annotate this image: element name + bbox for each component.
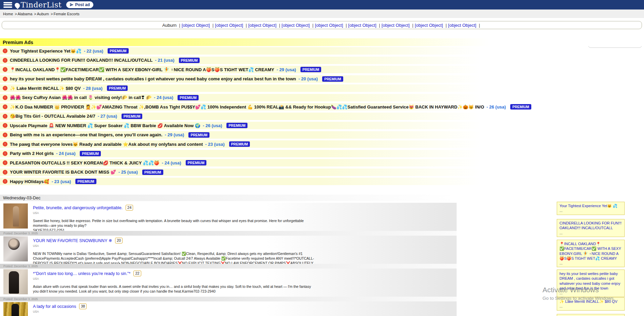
- premium-badge[interactable]: PREMIUM: [300, 67, 321, 72]
- sidebar-ad-box[interactable]: 📍INCALL OAKLAND📍 ✅FACETIME/CAR✅ WITH A S…: [557, 240, 625, 267]
- premium-ad-row[interactable]: ↑ PLEASANTON OUTCALLS !! SEXY KOREAN💋 TH…: [0, 159, 533, 166]
- city-link[interactable]: [object Object]: [382, 23, 415, 28]
- premium-ad-title[interactable]: PLEASANTON OUTCALLS !! SEXY KOREAN💋 THIC…: [10, 160, 159, 165]
- listing-thumbnail[interactable]: [3, 269, 28, 294]
- premium-section-title: Premium Ads: [3, 40, 33, 45]
- city-link[interactable]: [object Object]: [281, 23, 315, 28]
- up-arrow-icon: ↑: [3, 142, 7, 146]
- premium-badge[interactable]: PREMIUM: [80, 151, 101, 156]
- premium-ad-row[interactable]: ↑ YOUR WINTER FAVORITE IS BACK DONT MISS…: [0, 169, 533, 176]
- listing-title-link[interactable]: A lady for all occasions: [33, 304, 76, 309]
- premium-badge[interactable]: PREMIUM: [75, 179, 96, 184]
- site-logo[interactable]: TinderList: [15, 1, 61, 9]
- premium-ad-age: - 28 (usa): [83, 86, 103, 91]
- city-link[interactable]: [object Object]: [182, 23, 215, 28]
- listing-country: USA: [33, 244, 315, 248]
- premium-ad-title[interactable]: ✨ Lake Merritt INCALL✨ $80 QV: [10, 86, 81, 91]
- listing-content: A lady for all occasions 38 USA: [33, 303, 315, 316]
- listings-list: Petite, brunette, and dangerously unforg…: [0, 203, 457, 316]
- premium-badge[interactable]: PREMIUM: [178, 95, 199, 100]
- listing-country: USA: [33, 211, 315, 215]
- premium-badge[interactable]: PREMIUM: [229, 141, 250, 147]
- listing-posted-strip: Posted: December 3, 2025: [0, 297, 457, 301]
- premium-badge[interactable]: PREMIUM: [107, 85, 128, 91]
- premium-ad-title[interactable]: Happy HOlidays🥰: [10, 179, 49, 184]
- premium-ad-row[interactable]: ↑ hey its your best wettes petite baby D…: [0, 75, 533, 83]
- premium-ad-row[interactable]: ↑ Party with 2 Hot girls - 24 (usa) PREM…: [0, 150, 533, 157]
- date-header: Wednesday-03-Dec: [0, 195, 457, 201]
- sidebar-ad-title[interactable]: 📍INCALL OAKLAND📍 ✅FACETIME/CAR✅ WITH A S…: [559, 241, 622, 261]
- listing-thumbnail[interactable]: [3, 236, 28, 261]
- premium-ad-title[interactable]: hey its your best wettes petite baby DRE…: [10, 76, 296, 81]
- listing-posted-strip: Posted: December 3, 2025: [0, 231, 457, 236]
- premium-ad-title[interactable]: YOUR WINTER FAVORITE IS BACK DONT MISS 💕: [10, 170, 116, 175]
- listing-posted-date: Posted: December 3, 2025: [3, 297, 38, 301]
- breadcrumb-category[interactable]: Female Escorts: [54, 12, 81, 16]
- post-ad-button[interactable]: Post ad: [66, 1, 93, 8]
- sidebar-ad-box[interactable]: ✨ Lake Merritt INCALL✨ $80 QV ...: [557, 297, 625, 311]
- premium-ad-title[interactable]: 📍INCALL OAKLAND📍✅FACETIME/CAR✅ WITH A SE…: [10, 67, 274, 72]
- hamburger-menu-icon[interactable]: [3, 2, 12, 8]
- premium-ad-row[interactable]: ↑ Happy HOlidays🥰 - 23 (usa) PREMIUM: [0, 178, 533, 185]
- listing-thumbnail[interactable]: [3, 302, 28, 316]
- premium-ad-age: - 20 (usa): [298, 76, 318, 81]
- city-link[interactable]: [object Object]: [348, 23, 382, 28]
- premium-ad-age: - 22 (usa): [84, 48, 103, 54]
- sidebar-ad-title[interactable]: hey its your best wettes petite baby DRE…: [559, 271, 622, 291]
- up-arrow-icon: ↑: [3, 179, 7, 184]
- breadcrumb-city[interactable]: Auburn: [37, 12, 54, 16]
- premium-ad-row[interactable]: ↑ Upscale Playmate 🚨 NEW NUMBER 💦 Super …: [0, 122, 533, 129]
- premium-ad-age: - 24 (usa): [154, 95, 173, 100]
- sidebar-ad-box[interactable]: CINDERELLA LOOKING FOR FUN!!! OAKLAND!!!…: [557, 219, 625, 237]
- search-input[interactable]: Auburn[object Object][object Object][obj…: [2, 21, 642, 29]
- premium-ad-title[interactable]: Being with me is an experience—one that …: [10, 132, 162, 137]
- premium-ad-row[interactable]: ↑ 😘Big Tits Girl - OUTCALL Available 24/…: [0, 113, 533, 120]
- sidebar-ad-box[interactable]: hey its your best wettes petite baby DRE…: [557, 270, 625, 297]
- listing-thumbnail[interactable]: [3, 203, 28, 229]
- city-link[interactable]: [object Object]: [248, 23, 281, 28]
- up-arrow-icon: ↑: [3, 170, 7, 175]
- premium-ad-title[interactable]: Upscale Playmate 🚨 NEW NUMBER 💦 Super So…: [10, 123, 200, 128]
- listing-title-link[interactable]: YOUR NEW FAVORITE SNOWBUNNY ❄: [33, 238, 112, 243]
- breadcrumb-home[interactable]: Home: [3, 12, 18, 16]
- city-link[interactable]: [object Object]: [215, 23, 248, 28]
- premium-badge[interactable]: PREMIUM: [186, 160, 207, 165]
- premium-badge[interactable]: PREMIUM: [322, 76, 343, 82]
- premium-ad-title[interactable]: CINDERELLA LOOKING FOR FUN!!! OAKLAND!!!…: [10, 58, 153, 63]
- up-arrow-icon: ↑: [3, 95, 7, 100]
- premium-ad-row[interactable]: ↑ ✨ Lake Merritt INCALL✨ $80 QV - 28 (us…: [0, 84, 533, 92]
- sidebar-ad-title[interactable]: CINDERELLA LOOKING FOR FUN!!! OAKLAND!!!…: [559, 221, 622, 231]
- premium-badge[interactable]: PREMIUM: [179, 58, 200, 63]
- sidebar-ad-title[interactable]: ✨ Lake Merritt INCALL✨ $80 QV: [559, 299, 622, 304]
- city-link[interactable]: [object Object]: [415, 23, 448, 28]
- premium-badge[interactable]: PREMIUM: [142, 170, 163, 175]
- premium-badge[interactable]: PREMIUM: [510, 104, 531, 110]
- city-link[interactable]: [object Object]: [315, 23, 348, 28]
- sidebar-ad-box[interactable]: Your Tightest Experience Yet🐱 💦 ...: [557, 202, 625, 215]
- city-link[interactable]: [object Object]: [448, 23, 481, 28]
- premium-ad-title[interactable]: Party with 2 Hot girls: [10, 151, 54, 156]
- sidebar-ad-title[interactable]: Your Tightest Experience Yet🐱 💦: [559, 203, 622, 208]
- premium-ad-row[interactable]: ↑ Being with me is an experience—one tha…: [0, 131, 533, 139]
- premium-ad-row[interactable]: ↑ 📍INCALL OAKLAND📍✅FACETIME/CAR✅ WITH A …: [0, 66, 533, 73]
- premium-ad-title[interactable]: Your Tightest Experience Yet🐱💦: [10, 48, 81, 54]
- sidebar-ad-box-partial[interactable]: [557, 314, 625, 316]
- premium-ad-row[interactable]: ↑ 🌺🌺 Sexy CuRvy Asian 🌺🌺 in call 🌷 visit…: [0, 94, 533, 101]
- listing-title-link[interactable]: Petite, brunette, and dangerously unforg…: [33, 205, 123, 210]
- premium-ad-row[interactable]: ↑ ✨K.O Daa NUMBER 👑 PROVIDER 💆✨💕AMAZING …: [0, 103, 533, 111]
- premium-ad-row[interactable]: ↑ Your Tightest Experience Yet🐱💦 - 22 (u…: [0, 47, 533, 55]
- premium-ad-row[interactable]: ↑ CINDERELLA LOOKING FOR FUN!!! OAKLAND!…: [0, 57, 533, 64]
- premium-badge[interactable]: PREMIUM: [188, 132, 209, 138]
- top-header-bar: TinderList Post ad: [0, 0, 644, 9]
- premium-ad-age: - 23 (usa): [52, 179, 71, 184]
- premium-ad-title[interactable]: ✨K.O Daa NUMBER 👑 PROVIDER 💆✨💕AMAZING Th…: [10, 104, 484, 110]
- premium-ad-title[interactable]: 🌺🌺 Sexy CuRvy Asian 🌺🌺 in call 🌷 visitin…: [10, 95, 151, 100]
- premium-badge[interactable]: PREMIUM: [226, 123, 247, 128]
- premium-ad-row[interactable]: ↑ The pawg that everyone loves🐱 Ready an…: [0, 140, 533, 148]
- premium-ad-title[interactable]: The pawg that everyone loves🐱 Ready and …: [10, 142, 203, 147]
- listing-title-link[interactable]: *"Don't stare too long… unless you're re…: [33, 271, 130, 276]
- breadcrumb-state[interactable]: Alabama: [18, 12, 37, 16]
- premium-badge[interactable]: PREMIUM: [122, 114, 143, 119]
- premium-badge[interactable]: PREMIUM: [108, 48, 129, 54]
- premium-ad-title[interactable]: 😘Big Tits Girl - OUTCALL Available 24/7: [10, 114, 95, 119]
